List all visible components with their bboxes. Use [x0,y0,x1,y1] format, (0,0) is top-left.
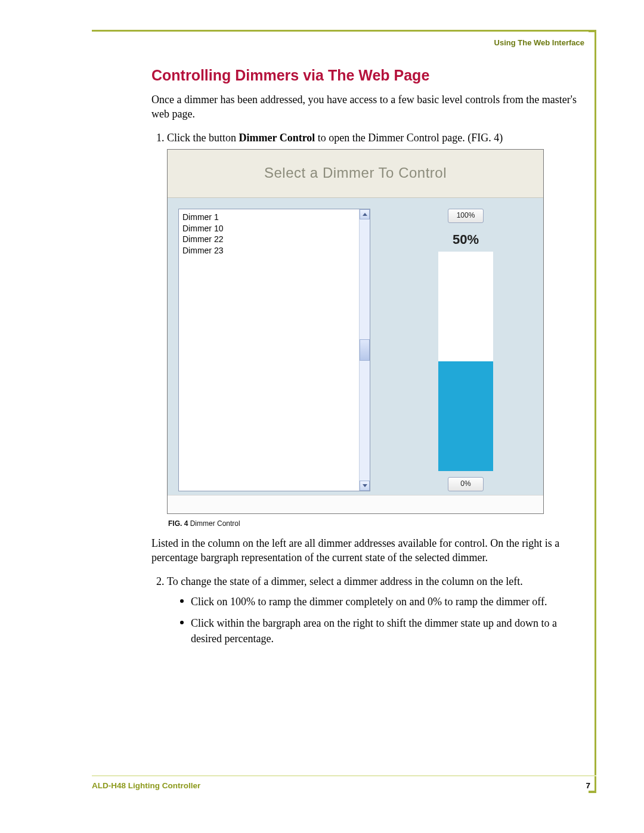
screenshot-title: Select a Dimmer To Control [264,163,447,184]
page-footer: ALD-H48 Lighting Controller 7 [92,775,596,793]
content-area: Controlling Dimmers via The Web Page Onc… [151,67,587,652]
step-1: Click the button Dimmer Control to open … [167,130,587,565]
dimmer-bargraph[interactable] [438,252,493,471]
step-1-bold: Dimmer Control [239,132,315,144]
bullet-100-0: Click on 100% to ramp the dimmer complet… [180,594,587,609]
current-percentage-label: 50% [453,230,479,249]
step-1-pre: Click the button [167,132,239,144]
intro-paragraph: Once a dimmer has been addressed, you ha… [151,92,587,122]
page-rule-right [595,30,596,793]
ramp-100-button[interactable]: 100% [448,209,484,223]
list-item[interactable]: Dimmer 10 [182,223,357,234]
bullet-bargraph: Click within the bargraph area on the ri… [180,615,587,646]
dimmer-listbox[interactable]: Dimmer 1 Dimmer 10 Dimmer 22 Dimmer 23 [178,209,370,491]
section-title: Controlling Dimmers via The Web Page [151,67,587,84]
list-item[interactable]: Dimmer 22 [182,234,357,245]
list-item[interactable]: Dimmer 1 [182,212,357,223]
ramp-0-button[interactable]: 0% [448,477,484,491]
dimmer-list-items: Dimmer 1 Dimmer 10 Dimmer 22 Dimmer 23 [180,210,359,490]
figure-caption-text: Dimmer Control [188,519,240,528]
screenshot-body: Dimmer 1 Dimmer 10 Dimmer 22 Dimmer 23 [168,198,543,496]
figure-caption-prefix: FIG. 4 [168,519,188,528]
dimmer-bargraph-fill [438,361,493,471]
running-header: Using The Web Interface [494,38,584,47]
figure-caption: FIG. 4 Dimmer Control [168,519,587,529]
footer-product: ALD-H48 Lighting Controller [92,781,200,790]
scrollbar-thumb[interactable] [360,339,370,361]
figure-4: Select a Dimmer To Control Dimmer 1 Dimm… [167,149,587,529]
screenshot-header: Select a Dimmer To Control [168,150,543,198]
step-1-post: to open the Dimmer Control page. (FIG. 4… [315,132,503,144]
post-figure-paragraph: Listed in the column on the left are all… [151,536,587,565]
footer-rule [92,775,596,776]
step-2-bullets: Click on 100% to ramp the dimmer complet… [167,594,587,646]
chevron-down-icon [363,484,367,487]
corner-tick-top [589,30,595,32]
page-rule-top [92,30,596,32]
scroll-up-button[interactable] [360,209,370,219]
listbox-scrollbar[interactable] [359,209,370,491]
page-number: 7 [586,781,590,790]
list-item[interactable]: Dimmer 23 [182,245,357,256]
dimmer-control-screenshot: Select a Dimmer To Control Dimmer 1 Dimm… [167,149,544,514]
screenshot-footer [168,495,543,513]
steps-list: Click the button Dimmer Control to open … [151,130,587,646]
step-2-text: To change the state of a dimmer, select … [167,575,523,587]
chevron-up-icon [363,213,367,216]
step-2: To change the state of a dimmer, select … [167,574,587,646]
scroll-down-button[interactable] [360,481,370,491]
